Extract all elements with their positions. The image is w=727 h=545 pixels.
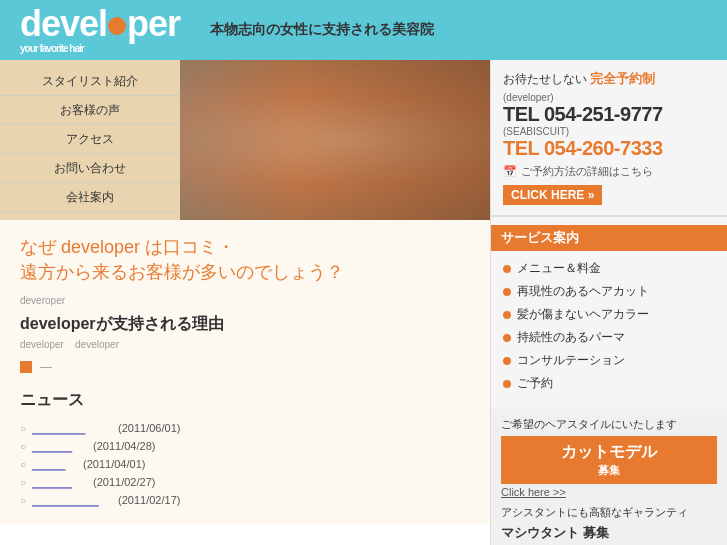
dev-label-1: deveroper [20,295,470,306]
service-label: ご予約 [517,375,553,392]
contact-title: お待たせしない 完全予約制 [503,70,715,88]
orange-square-icon [20,361,32,373]
click-here-2-button[interactable]: Click here >> [501,486,566,498]
list-item: ○ ________ (2011/06/01) [20,419,470,437]
logo-o-icon [108,17,126,35]
service-item-reserve[interactable]: ご予約 [491,372,727,395]
nav-item-about[interactable]: 会社案内 [0,184,180,212]
news-date: (2011/02/27) [93,476,155,488]
service-label: コンサルテーション [517,352,625,369]
news-link[interactable]: ______ [32,439,87,453]
news-link[interactable]: ________ [32,421,112,435]
contact-prefix: お待たせしない [503,72,587,86]
assistant-text: アシスタントにも高額なギャランティ [501,505,717,520]
service-label: メニュー＆料金 [517,260,601,277]
bullet-icon: ○ [20,477,26,488]
bullet-icon: ○ [20,441,26,452]
right-column: お待たせしない 完全予約制 (developer) TEL 054-251-97… [490,60,727,545]
service-label: 再現性のあるヘアカット [517,283,649,300]
service-item-consult[interactable]: コンサルテーション [491,349,727,372]
logo-area: develper your favorite hair [20,6,180,54]
logo-e2: el [79,3,107,44]
logo: develper your favorite hair [20,6,180,54]
section-title-line1: なぜ developer は口コミ・ [20,237,235,257]
developer-label: (developer) [503,92,715,103]
dev-labels: developer developer [20,339,470,350]
cut-model-banner: カットモデル 募集 [501,436,717,484]
nav-item-access[interactable]: アクセス [0,126,180,154]
bullet-icon [503,334,511,342]
nav-item-voice[interactable]: お客様の声 [0,97,180,125]
hero-image: スタイリスト紹介 お客様の声 アクセス お問い合わせ 会社案内 [0,60,490,220]
service-item-perm[interactable]: 持続性のあるパーマ [491,326,727,349]
tel-number-1: TEL 054-251-9777 [503,103,715,126]
logo-d: d [20,3,41,44]
dash-line: — [40,360,52,374]
calendar-icon: 📅 [503,165,517,178]
news-date: (2011/04/01) [83,458,145,470]
news-title: ニュース [20,390,470,411]
contact-box: お待たせしない 完全予約制 (developer) TEL 054-251-97… [491,60,727,217]
news-date: (2011/06/01) [118,422,180,434]
dev-label-right: developer [75,339,119,350]
reservation-link: 📅 ご予約方法の詳細はこちら [503,164,715,179]
tel-number-2: TEL 054-260-7333 [503,137,715,160]
cut-model-box: ご希望のヘアスタイルにいたします カットモデル 募集 Click here >>… [491,409,727,545]
cut-model-intro: ご希望のヘアスタイルにいたします [501,417,717,432]
service-item-menu[interactable]: メニュー＆料金 [491,257,727,280]
icon-row: — [20,360,470,374]
news-list: ○ ________ (2011/06/01) ○ ______ (2011/0… [20,419,470,509]
support-title-prefix: developer [20,315,96,332]
support-title-suffix: が支持される理由 [96,315,224,332]
tagline: 本物志向の女性に支持される美容院 [210,21,434,39]
list-item: ○ __________ (2011/02/17) [20,491,470,509]
bullet-icon: ○ [20,495,26,506]
click-here-button[interactable]: CLICK HERE » [503,185,602,205]
dev-label-left: developer [20,339,64,350]
main-wrapper: スタイリスト紹介 お客様の声 アクセス お問い合わせ 会社案内 なぜ devel… [0,60,727,545]
nav-item-stylist[interactable]: スタイリスト紹介 [0,68,180,96]
mascot-text: マシウタント 募集 [501,524,717,542]
section-title: なぜ developer は口コミ・ 遠方から来るお客様が多いのでしょう？ [20,235,470,285]
service-box: サービス案内 メニュー＆料金 再現性のあるヘアカット 髪が傷まないヘアカラー 持… [491,217,727,403]
list-item: ○ _____ (2011/04/01) [20,455,470,473]
news-link[interactable]: ______ [32,475,87,489]
nav-item-contact[interactable]: お問い合わせ [0,155,180,183]
news-date: (2011/02/17) [118,494,180,506]
list-item: ○ ______ (2011/02/27) [20,473,470,491]
header: develper your favorite hair 本物志向の女性に支持され… [0,0,727,60]
bullet-icon [503,288,511,296]
cut-model-title-line1: カットモデル [511,442,707,463]
bullet-icon: ○ [20,423,26,434]
left-column: スタイリスト紹介 お客様の声 アクセス お問い合わせ 会社案内 なぜ devel… [0,60,490,545]
service-item-haircut[interactable]: 再現性のあるヘアカット [491,280,727,303]
bullet-icon [503,380,511,388]
news-link[interactable]: __________ [32,493,112,507]
section-title-line2: 遠方から来るお客様が多いのでしょう？ [20,262,344,282]
bullet-icon [503,311,511,319]
logo-sub: your favorite hair [20,44,180,54]
news-link[interactable]: _____ [32,457,77,471]
nav-menu: スタイリスト紹介 お客様の声 アクセス お問い合わせ 会社案内 [0,60,180,220]
news-date: (2011/04/28) [93,440,155,452]
service-title: サービス案内 [491,225,727,251]
contact-highlight: 完全予約制 [590,71,655,86]
cut-model-title-line2: 募集 [511,463,707,478]
content-area: なぜ developer は口コミ・ 遠方から来るお客様が多いのでしょう？ de… [0,220,490,524]
reservation-text: ご予約方法の詳細はこちら [521,164,653,179]
service-label: 持続性のあるパーマ [517,329,625,346]
bullet-icon [503,265,511,273]
seabiscuit-label: (SEABISCUIT) [503,126,715,137]
service-label: 髪が傷まないヘアカラー [517,306,649,323]
bullet-icon: ○ [20,459,26,470]
logo-e: ev [41,3,79,44]
bullet-icon [503,357,511,365]
list-item: ○ ______ (2011/04/28) [20,437,470,455]
support-title: developerが支持される理由 [20,314,470,335]
news-section: ニュース ○ ________ (2011/06/01) ○ ______ (2… [20,390,470,509]
logo-per: per [127,3,180,44]
service-item-color[interactable]: 髪が傷まないヘアカラー [491,303,727,326]
